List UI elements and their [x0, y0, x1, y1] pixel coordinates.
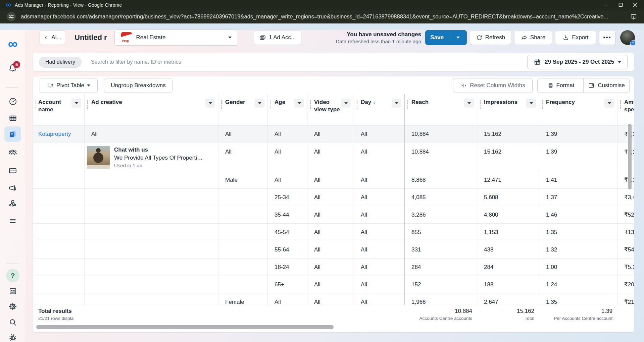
sidebar-item-billing[interactable] — [5, 164, 20, 178]
reset-column-widths-button[interactable]: Reset Column Widths — [453, 78, 533, 93]
cell-day: All — [354, 171, 404, 188]
meta-logo[interactable]: ∞ — [5, 37, 20, 51]
url-text[interactable]: adsmanager.facebook.com/adsmanager/repor… — [21, 13, 625, 20]
column-label: Account name — [38, 99, 61, 113]
column-menu-button[interactable] — [526, 99, 536, 108]
sidebar-item-settings[interactable] — [5, 299, 20, 314]
ungroup-breakdowns-button[interactable]: Ungroup Breakdowns — [104, 78, 172, 93]
customise-button[interactable]: Customise — [583, 78, 629, 93]
back-button[interactable]: Al... — [40, 30, 65, 45]
account-link[interactable]: Kotaproperty — [38, 131, 71, 137]
column-header-account-name[interactable]: Account name — [33, 94, 84, 125]
sidebar-item-report-bug[interactable] — [5, 331, 20, 342]
column-header-ad-creative[interactable]: Ad creative — [84, 94, 218, 125]
site-settings-icon[interactable] — [7, 12, 16, 21]
column-menu-button[interactable] — [71, 99, 81, 108]
cell-video: All — [307, 189, 354, 206]
cell-amount: ₹520 — [617, 206, 634, 223]
browser-url-bar[interactable]: adsmanager.facebook.com/adsmanager/repor… — [0, 10, 644, 23]
drag-handle-icon[interactable] — [35, 100, 37, 109]
notifications-button[interactable]: 5 — [5, 61, 20, 75]
cell-value: 2,647 — [484, 299, 498, 305]
horizontal-scrollbar[interactable] — [36, 325, 334, 329]
cell-value: All — [314, 177, 320, 183]
column-header-age[interactable]: Age — [267, 94, 307, 125]
column-menu-button[interactable] — [255, 99, 264, 108]
close-button[interactable] — [633, 3, 637, 7]
cell-creative[interactable]: Chat with usWe Provide All Types Of Prop… — [84, 143, 218, 171]
save-options-button[interactable] — [449, 30, 467, 45]
cell-value: All — [361, 246, 367, 253]
sidebar-item-events-manager[interactable] — [5, 196, 20, 210]
column-header-impressions[interactable]: Impressions — [477, 94, 539, 125]
sidebar-item-campaigns[interactable] — [5, 111, 20, 125]
frozen-column-divider[interactable] — [404, 94, 405, 305]
column-menu-button[interactable] — [464, 99, 474, 108]
column-header-amount-spent[interactable]: Amount spent — [617, 94, 634, 125]
cell-value: 188 — [484, 281, 493, 288]
drag-handle-icon[interactable] — [356, 100, 358, 109]
save-button[interactable]: Save — [425, 30, 449, 45]
share-button[interactable]: Share — [514, 30, 552, 45]
drag-handle-icon[interactable] — [221, 100, 222, 109]
drag-handle-icon[interactable] — [310, 100, 311, 109]
drag-handle-icon[interactable] — [542, 100, 543, 109]
date-range-label: 29 Sep 2025 - 29 Oct 2025 — [545, 59, 614, 65]
cell-amount: ₹5.3 — [617, 259, 634, 276]
cell-value: All — [361, 131, 367, 137]
had-delivery-chip[interactable]: Had delivery — [39, 57, 82, 68]
column-header-frequency[interactable]: Frequency — [539, 94, 617, 125]
reset-widths-label: Reset Column Widths — [470, 82, 525, 89]
ad-account-button[interactable]: 1 Ad Acc... — [254, 30, 301, 45]
cell-age: 65+ — [267, 276, 307, 293]
window-title: Ads Manager - Reporting - View - Google … — [15, 2, 122, 8]
cell-value: 284 — [484, 264, 493, 271]
sidebar-item-all-tools[interactable] — [5, 214, 20, 228]
pivot-table-dropdown[interactable]: Pivot Table — [40, 78, 98, 93]
column-menu-button[interactable] — [341, 99, 351, 108]
sidebar-item-search[interactable] — [5, 315, 20, 329]
sidebar-item-reports-selected[interactable] — [4, 126, 21, 142]
cell-value: 855 — [411, 229, 421, 236]
drag-handle-icon[interactable] — [620, 100, 621, 109]
date-range-picker[interactable]: 29 Sep 2025 - 29 Oct 2025 — [527, 55, 628, 69]
export-button[interactable]: Export — [555, 30, 596, 45]
column-menu-button[interactable] — [294, 99, 304, 108]
column-header-day[interactable]: Day↓ — [354, 94, 404, 125]
business-selector-dropdown[interactable]: Prop Real Estate — [114, 30, 238, 46]
sidebar-item-business-page[interactable] — [5, 284, 20, 298]
sidebar-item-advertise[interactable] — [5, 181, 20, 195]
column-header-gender[interactable]: Gender — [218, 94, 267, 125]
cell-value: All — [275, 177, 281, 183]
column-header-video-view-type[interactable]: Video view type — [307, 94, 354, 125]
cell-value: ₹20. — [624, 281, 634, 288]
cell-value: Male — [225, 177, 238, 183]
sidebar-item-help[interactable]: ? — [5, 269, 20, 283]
drag-handle-icon[interactable] — [270, 100, 271, 109]
cell-amount: ₹21, — [617, 293, 634, 305]
minimize-button[interactable] — [604, 3, 608, 7]
column-header-reach[interactable]: Reach — [404, 94, 477, 125]
drag-handle-icon[interactable] — [407, 100, 408, 109]
refresh-button[interactable]: Refresh — [470, 30, 511, 45]
search-input[interactable] — [91, 59, 527, 65]
drag-handle-icon[interactable] — [480, 100, 481, 109]
sidebar-item-account-overview[interactable] — [5, 94, 20, 108]
format-button[interactable]: Format — [538, 78, 583, 93]
sidebar-item-audiences[interactable] — [5, 146, 20, 160]
save-page-icon[interactable] — [630, 13, 637, 20]
cell-age: 55-64 — [267, 241, 307, 258]
column-menu-button[interactable] — [205, 99, 215, 108]
notification-badge: 5 — [13, 61, 20, 68]
maximize-button[interactable] — [618, 3, 623, 7]
cell-amount: ₹3,4 — [617, 189, 634, 206]
column-menu-button[interactable] — [604, 99, 614, 108]
reports-icon — [8, 129, 17, 139]
drag-handle-icon[interactable] — [87, 100, 88, 109]
cell-value: All — [275, 131, 281, 137]
column-menu-button[interactable] — [392, 99, 401, 108]
ad-creative-thumbnail[interactable] — [87, 146, 110, 169]
more-options-button[interactable]: ••• — [599, 30, 615, 45]
vertical-scrollbar[interactable] — [628, 124, 632, 189]
profile-avatar[interactable]: f — [620, 30, 635, 45]
